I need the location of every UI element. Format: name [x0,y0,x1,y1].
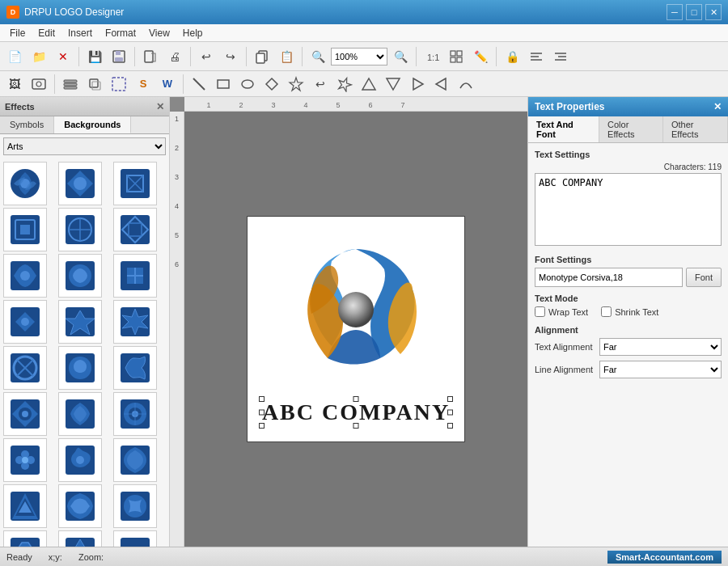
export-button[interactable] [139,45,162,68]
symbol-12[interactable] [113,300,157,344]
zoom-out-button[interactable]: 🔍 [389,45,412,68]
select-button[interactable] [108,73,130,95]
symbol-20[interactable] [58,438,102,482]
open-button[interactable]: 📁 [28,45,50,68]
line-button[interactable] [188,73,210,95]
symbol-22[interactable] [3,484,47,528]
tab-color-effects[interactable]: Color Effects [599,116,663,142]
symbol-27[interactable]: A [113,530,157,547]
symbol-8[interactable] [58,254,102,298]
line-alignment-select[interactable]: Far Near Center [599,361,722,378]
align-left-button[interactable] [525,45,548,68]
paste-button[interactable]: 📋 [275,45,298,68]
handle-mr[interactable] [447,410,453,416]
handle-tr[interactable] [447,396,453,402]
effects-close[interactable]: ✕ [156,101,164,112]
handle-bm[interactable] [353,423,358,429]
shrink-text-checkbox[interactable] [601,306,612,317]
edit-mode-button[interactable]: ✏️ [469,45,492,68]
undo-button[interactable]: ↩ [195,45,218,68]
font-value-input[interactable] [535,268,683,287]
menu-insert[interactable]: Insert [61,26,99,40]
symbol-11[interactable] [58,300,102,344]
redo-button[interactable]: ↪ [219,45,242,68]
text-properties-close[interactable]: ✕ [713,101,722,112]
tab-symbols[interactable]: Symbols [0,116,54,133]
symbol-6[interactable] [113,208,157,251]
play-button[interactable] [406,73,429,95]
menu-format[interactable]: Format [99,26,142,40]
curve-button[interactable] [455,73,477,95]
wrap-text-checkbox[interactable] [535,306,545,317]
symbol-2[interactable] [58,162,102,205]
font-button[interactable]: Font [686,268,722,287]
symbol-16[interactable] [3,392,47,436]
symbol-25[interactable] [3,530,47,547]
word-button[interactable]: W [156,73,179,95]
symbol-7[interactable] [3,254,47,298]
symbol-18[interactable] [113,392,157,436]
save-as-button[interactable] [108,45,130,68]
rect-button[interactable] [212,73,235,95]
diamond-button[interactable] [260,73,283,95]
handle-ml[interactable] [259,410,265,416]
menu-file[interactable]: File [3,26,32,40]
clone-button[interactable] [83,73,106,95]
star-button[interactable] [285,73,307,95]
layers-button[interactable] [59,73,82,95]
symbol-14[interactable] [58,346,102,390]
zoom-in-button[interactable]: 🔍 [307,45,329,68]
symbol-19[interactable] [3,438,47,482]
print-button[interactable]: 🖨 [163,45,186,68]
symbol-10[interactable] [3,300,47,344]
handle-bl[interactable] [259,423,265,429]
menu-help[interactable]: Help [176,26,210,40]
symbol-23[interactable] [58,484,102,528]
handle-tm[interactable] [353,396,358,402]
symbol-15[interactable] [113,346,157,390]
handle-br[interactable] [447,423,453,429]
grid-button[interactable] [445,45,468,68]
align-right-button[interactable] [549,45,572,68]
minimize-button[interactable]: ─ [667,4,683,20]
text-alignment-select[interactable]: Far Near Center [599,338,722,356]
tab-text-and-font[interactable]: Text And Font [528,116,599,142]
copy-button[interactable] [251,45,273,68]
tab-backgrounds[interactable]: Backgrounds [54,116,131,133]
lock-button[interactable]: 🔒 [501,45,523,68]
symbol-4[interactable] [3,208,47,251]
symbol-5[interactable] [58,208,102,251]
close-button[interactable]: ✕ [705,4,722,20]
save-button[interactable]: 💾 [83,45,106,68]
star2-button[interactable] [333,73,356,95]
symbol-9[interactable] [113,254,157,298]
text-element[interactable]: ABC COMPANY [262,399,450,425]
menu-edit[interactable]: Edit [32,26,61,40]
symbol-3[interactable] [113,162,157,205]
screenshot-button[interactable] [28,73,50,95]
ellipse-button[interactable] [236,73,259,95]
new-button[interactable]: 📄 [3,45,26,68]
canvas-document[interactable]: ABC COMPANY [247,216,465,442]
fit-button[interactable]: 1:1 [421,45,443,68]
triangle-button[interactable] [358,73,380,95]
symbol-26[interactable] [58,530,102,547]
arrow-left-button[interactable]: ↩ [309,73,332,95]
word-art-button[interactable]: S [132,73,154,95]
symbol-13[interactable] [3,346,47,390]
canvas-background[interactable]: ABC COMPANY [184,112,527,547]
back-button[interactable] [430,73,453,95]
triangle-down-button[interactable] [382,73,404,95]
maximize-button[interactable]: □ [686,4,702,20]
symbol-1[interactable] [3,162,47,205]
tab-other-effects[interactable]: Other Effects [663,116,728,142]
category-select[interactable]: Arts Business Nature [3,137,166,155]
zoom-select[interactable]: 100% 50% 75% 125% 150% [331,48,387,65]
handle-tl[interactable] [259,396,265,402]
symbol-24[interactable] [113,484,157,528]
symbol-17[interactable] [58,392,102,436]
menu-view[interactable]: View [142,26,176,40]
close-doc-button[interactable]: ✕ [52,45,74,68]
text-content-input[interactable]: ABC COMPANY [535,173,722,246]
image-button[interactable]: 🖼 [3,73,26,95]
